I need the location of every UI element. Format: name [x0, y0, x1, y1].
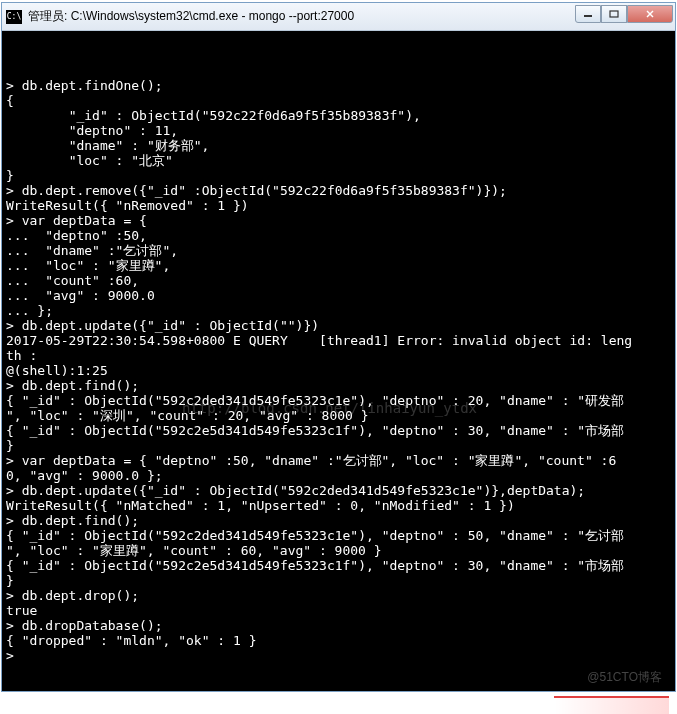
terminal-line: >: [6, 648, 671, 663]
terminal-line: true: [6, 603, 671, 618]
terminal-line: WriteResult({ "nRemoved" : 1 }): [6, 198, 671, 213]
terminal-line: ... "count" :60,: [6, 273, 671, 288]
terminal-output[interactable]: > db.dept.findOne();{ "_id" : ObjectId("…: [2, 31, 675, 691]
terminal-line: ", "loc" : "家里蹲", "count" : 60, "avg" : …: [6, 543, 671, 558]
terminal-line: }: [6, 438, 671, 453]
terminal-line: }: [6, 573, 671, 588]
terminal-line: > db.dept.drop();: [6, 588, 671, 603]
watermark: @51CTO博客: [587, 669, 662, 686]
terminal-line: > db.dept.remove({"_id" :ObjectId("592c2…: [6, 183, 671, 198]
terminal-line: ... "dname" :"乞讨部",: [6, 243, 671, 258]
terminal-line: > var deptData = {: [6, 213, 671, 228]
red-strip-decoration: [554, 696, 669, 714]
terminal-line: > db.dept.find();: [6, 378, 671, 393]
terminal-line: "deptno" : 11,: [6, 123, 671, 138]
terminal-line: WriteResult({ "nMatched" : 1, "nUpserted…: [6, 498, 671, 513]
terminal-line: ... "deptno" :50,: [6, 228, 671, 243]
terminal-line: { "_id" : ObjectId("592c2e5d341d549fe532…: [6, 558, 671, 573]
minimize-button[interactable]: [575, 5, 601, 23]
terminal-line: th :: [6, 348, 671, 363]
terminal-line: {: [6, 93, 671, 108]
cmd-icon: C:\: [6, 10, 22, 24]
svg-rect-1: [610, 11, 618, 17]
terminal-line: ... };: [6, 303, 671, 318]
terminal-line: > db.dept.findOne();: [6, 78, 671, 93]
terminal-line: ... "avg" : 9000.0: [6, 288, 671, 303]
cmd-window: C:\ 管理员: C:\Windows\system32\cmd.exe - m…: [1, 2, 676, 692]
maximize-button[interactable]: [601, 5, 627, 23]
terminal-line: > var deptData = { "deptno" :50, "dname"…: [6, 453, 671, 468]
terminal-line: > db.dept.update({"_id" : ObjectId("")}): [6, 318, 671, 333]
terminal-line: > db.dropDatabase();: [6, 618, 671, 633]
terminal-line: { "_id" : ObjectId("592c2e5d341d549fe532…: [6, 423, 671, 438]
terminal-line: ", "loc" : "深圳", "count" : 20, "avg" : 8…: [6, 408, 671, 423]
terminal-line: > db.dept.find();: [6, 513, 671, 528]
close-button[interactable]: [627, 5, 673, 23]
window-title: 管理员: C:\Windows\system32\cmd.exe - mongo…: [28, 8, 354, 25]
terminal-line: { "dropped" : "mldn", "ok" : 1 }: [6, 633, 671, 648]
window-controls: [575, 5, 673, 23]
svg-rect-0: [584, 15, 592, 17]
terminal-line: { "_id" : ObjectId("592c2ded341d549fe532…: [6, 393, 671, 408]
terminal-line: { "_id" : ObjectId("592c2ded341d549fe532…: [6, 528, 671, 543]
terminal-line: "dname" : "财务部",: [6, 138, 671, 153]
terminal-line: ... "loc" : "家里蹲",: [6, 258, 671, 273]
terminal-line: > db.dept.update({"_id" : ObjectId("592c…: [6, 483, 671, 498]
terminal-line: "loc" : "北京": [6, 153, 671, 168]
terminal-line: @(shell):1:25: [6, 363, 671, 378]
titlebar[interactable]: C:\ 管理员: C:\Windows\system32\cmd.exe - m…: [2, 3, 675, 31]
bottom-fragment: 半:: [95, 692, 116, 710]
terminal-line: "_id" : ObjectId("592c22f0d6a9f5f35b8938…: [6, 108, 671, 123]
terminal-line: 0, "avg" : 9000.0 };: [6, 468, 671, 483]
terminal-line: }: [6, 168, 671, 183]
terminal-line: 2017-05-29T22:30:54.598+0800 E QUERY [th…: [6, 333, 671, 348]
